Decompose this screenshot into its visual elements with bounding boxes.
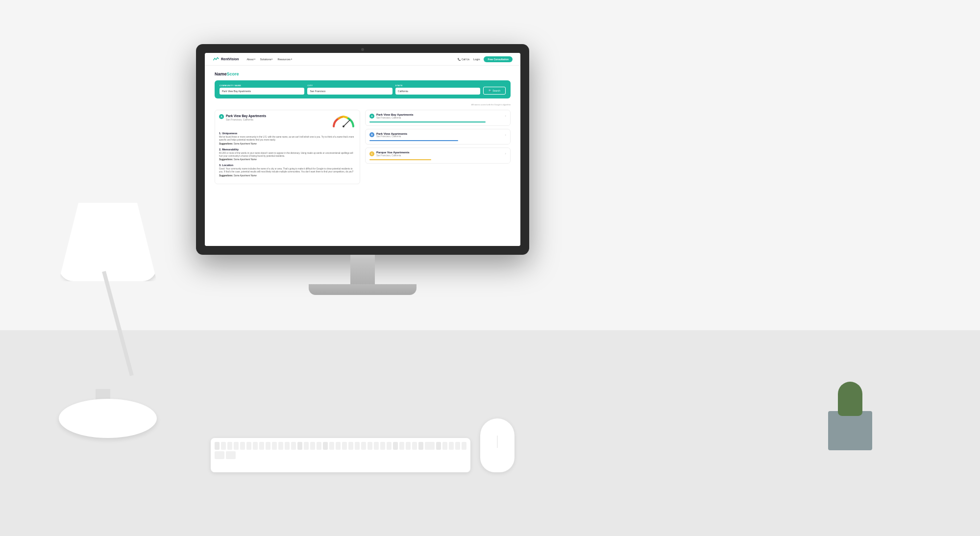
listing-location: San Francisco, California [376,117,503,119]
key [380,442,385,450]
score-detail-panel: A Park View Bay Apartments San Francisco… [215,110,360,184]
key [234,442,239,450]
section-suggestion: Suggestions: Some Apartment Name [219,143,356,145]
cactus-pot [828,411,872,450]
chevron-down-icon: ▾ [254,58,255,60]
desk-lamp [29,203,186,438]
key [253,442,258,450]
community-name-field: COMMUNITY NAME [220,84,304,95]
svg-point-1 [343,125,344,127]
key [361,442,366,450]
key [455,442,460,450]
key [462,442,466,450]
key [412,442,417,450]
panel-header: A Park View Bay Apartments San Francisco… [219,114,356,129]
free-consultation-button[interactable]: Free Consultation [484,56,513,62]
key [227,442,232,450]
cactus-decoration [828,411,872,450]
state-input[interactable] [395,88,480,95]
listing-card-inner: B Park View Apartments San Francisco, Ca… [369,132,506,138]
panel-title-text: Park View Bay Apartments San Francisco, … [226,114,266,121]
listing-score-bar [369,159,431,160]
section-title: 3. Location [219,164,356,167]
nav-link-resources[interactable]: Resources ▾ [277,58,292,61]
namescore-brand: NameScore [215,72,511,76]
key [215,442,220,450]
key [278,442,283,450]
key [342,442,347,450]
chevron-down-icon: ▾ [271,58,272,60]
key [336,442,341,450]
city-field: CITY [307,84,392,95]
section-title: 2. Memorability [219,148,356,151]
chevron-right-icon: › [505,133,506,137]
key [240,442,245,450]
imac-bezel: RentVision About ▾ Solutions ▾ Resources [196,44,529,255]
key [368,442,372,450]
keyboard-keys [211,438,470,463]
state-field: STATE [395,84,480,95]
community-name-input[interactable] [220,88,304,95]
chevron-right-icon: › [505,151,506,156]
search-form: COMMUNITY NAME CITY STATE [215,80,511,98]
namescore-logo: NameScore [215,72,239,76]
results-note: All names scored with the Google's algor… [215,103,511,106]
key [374,442,379,450]
lamp-base [59,399,157,438]
imac-computer: RentVision About ▾ Solutions ▾ Resources [196,44,529,295]
main-content: NameScore COMMUNITY NAME CITY [205,66,520,190]
listing-card-1[interactable]: A Park View Bay Apartments San Francisco… [365,110,511,126]
listing-card-3[interactable]: C Parque Vue Apartments San Francisco, C… [365,147,511,164]
website-content: RentVision About ▾ Solutions ▾ Resources [205,53,520,246]
login-link[interactable]: Login [473,58,480,61]
listing-card-inner: C Parque Vue Apartments San Francisco, C… [369,151,506,157]
nav-link-solutions[interactable]: Solutions ▾ [260,58,273,61]
logo-text: RentVision [221,57,239,61]
key [329,442,334,450]
nav-link-about[interactable]: About ▾ [246,58,255,61]
listing-score-bar [369,122,486,122]
key [215,451,224,459]
navigation: RentVision About ▾ Solutions ▾ Resources [205,53,520,66]
key [291,442,296,450]
svg-line-0 [343,120,350,126]
listing-score-bar [369,140,458,141]
listing-card-2[interactable]: B Park View Apartments San Francisco, Ca… [365,129,511,145]
listing-location: San Francisco, California [376,135,503,138]
panel-property-name: Park View Bay Apartments [226,114,266,118]
call-us-link[interactable]: 📞 Call Us [458,58,469,61]
search-icon: 🔍 [489,89,491,92]
city-input[interactable] [307,88,392,95]
key [355,442,360,450]
search-button[interactable]: 🔍 Search [483,87,506,95]
rentvision-logo-icon [213,57,220,62]
key [221,442,226,450]
cactus-plant [838,382,862,416]
section-suggestion: Suggestions: Some Apartment Name [219,174,356,177]
mouse [480,418,514,472]
listing-info: Parque Vue Apartments San Francisco, Cal… [376,151,503,157]
key [387,442,392,450]
score-gauge [331,114,356,129]
key [317,442,321,450]
gauge-chart [331,114,356,129]
key [272,442,277,450]
nav-links: About ▾ Solutions ▾ Resources ▾ [246,58,457,61]
key [323,442,328,450]
key [259,442,264,450]
listing-location: San Francisco, California [376,154,503,157]
listings-panel: A Park View Bay Apartments San Francisco… [365,110,511,184]
listing-card-inner: A Park View Bay Apartments San Francisco… [369,113,506,119]
score-section-uniqueness: 1. Uniqueness We've found three or more … [219,132,356,145]
key [418,442,423,450]
section-text: We've found three or more community in t… [219,136,356,142]
listing-grade-badge: B [369,132,374,137]
lamp-arm [102,271,134,376]
section-title: 1. Uniqueness [219,132,356,135]
score-section-memorability: 2. Memorability 60-200 or more of the wo… [219,148,356,161]
listing-grade-badge: C [369,151,374,156]
panel-title-area: A Park View Bay Apartments San Francisco… [219,114,266,121]
keyboard [211,438,470,472]
spacebar-key [425,442,435,450]
key [406,442,411,450]
